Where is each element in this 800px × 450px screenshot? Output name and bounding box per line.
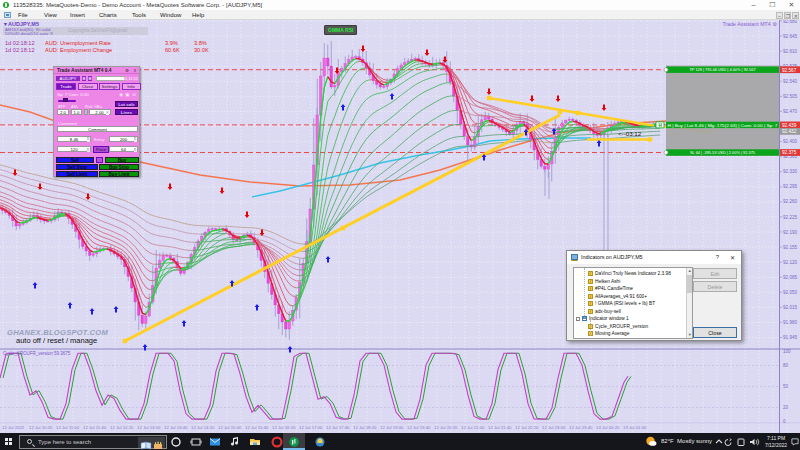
tree-guide-line [590, 320, 591, 336]
weather-icon[interactable] [645, 436, 657, 447]
weather-label[interactable]: 82°F Mostly sunny [661, 438, 712, 444]
taskbar-cortana-icon[interactable] [165, 433, 187, 450]
auto-toggle-label[interactable]: auto off / reset / manage [16, 336, 97, 345]
tray-shield-icon[interactable] [738, 439, 744, 446]
menu-item-insert[interactable]: Insert [70, 12, 85, 18]
atp-field[interactable]: 2.0 [57, 109, 69, 115]
trade-assistant-chart-label[interactable]: Trade Assistant MT4 ⚙ [722, 21, 777, 27]
taskbar-explorer-icon[interactable] [244, 433, 266, 450]
indicator-name: #P4L CandleTime [595, 286, 633, 291]
lock-icon[interactable]: ⊙ [132, 92, 136, 97]
lines-button[interactable]: Lines [115, 109, 138, 115]
gear-icon[interactable]: ⚙ [125, 68, 129, 73]
window-close-button[interactable]: ✕ [787, 1, 796, 9]
mini-button-1[interactable]: M [82, 76, 87, 82]
tab-settings[interactable]: Settings [99, 83, 120, 90]
taskbar-metatrader-icon[interactable] [283, 433, 305, 450]
indicator-list-item[interactable]: f! GMMA (RSI levels + lb) BT [574, 300, 692, 308]
risk-dropdown-icon[interactable]: ▾ [106, 111, 109, 116]
window-minimize-button[interactable]: – [749, 1, 758, 9]
indicator-list-item[interactable]: fHeiken Ashi [574, 278, 692, 286]
windows-logo-icon [5, 442, 8, 445]
indicators-dialog-icon [571, 255, 578, 261]
symbol-selector[interactable]: AUDJPY [56, 76, 80, 82]
speaker-icon[interactable] [750, 439, 759, 445]
close-icon[interactable]: x [134, 68, 136, 73]
indicator-list-item[interactable]: fMoving Average [574, 330, 692, 338]
tab-trade[interactable]: Trade [56, 83, 76, 90]
risk-lock-toggle[interactable] [84, 109, 88, 115]
indicator-list-item[interactable]: fCycle_KROUFR_version [574, 323, 692, 331]
metaquotes-logo-icon [3, 2, 9, 8]
tab-info[interactable]: Info [122, 83, 141, 90]
menu-item-view[interactable]: View [44, 12, 57, 18]
news-label: AUD: Unemployment Rate [45, 40, 111, 46]
taskbar-mail-icon[interactable] [204, 433, 226, 450]
sl-spinner[interactable]: ▴▾ [87, 148, 90, 153]
delete-button[interactable]: Delete [693, 281, 737, 292]
window-maximize-button[interactable]: ☐ [768, 1, 777, 9]
close-button[interactable]: Close [693, 327, 737, 338]
risk-slider-knob[interactable] [63, 98, 68, 102]
mdi-close-button[interactable]: ✕ [792, 12, 799, 19]
mdi-minimize-button[interactable]: – [776, 12, 783, 19]
taskbar-clock[interactable]: 7:11 PM7/12/2022 [763, 435, 789, 448]
taskbar-bell-icon[interactable] [309, 433, 331, 450]
buy-limit-button[interactable]: Buy Limit [99, 171, 139, 178]
trade-assistant-titlebar[interactable]: Trade Assistant MT4 9.4 ⚙ x [54, 67, 139, 74]
search-highlights-icon[interactable] [138, 437, 165, 448]
indicators-list[interactable]: ▲ ▼ fDaVinci Truly News Indicator 2.3.98… [573, 267, 693, 339]
lot-calc-button[interactable]: Lot calc [115, 101, 138, 107]
indicators-dialog: Indicators on AUDJPY,M5 ? ✕ ▲ ▼ fDaVinci… [566, 250, 742, 341]
sell-button[interactable]: Sell [56, 157, 94, 164]
menu-item-file[interactable]: File [18, 12, 28, 18]
sell-stop-button[interactable]: Sell Stop [56, 164, 98, 171]
indicator-list-item[interactable]: fadx-buy-sell [574, 308, 692, 316]
sl-points-field[interactable]: 120▴▾ [57, 146, 91, 152]
tree-collapse-icon[interactable]: - [576, 317, 580, 321]
lot-spinner[interactable]: ▴▾ [87, 137, 90, 142]
menu-item-window[interactable]: Window [160, 12, 181, 18]
order-mode-box[interactable] [96, 157, 103, 164]
taskbar-music-icon[interactable] [224, 433, 246, 450]
eye-icon[interactable]: ◉ [119, 92, 123, 97]
mini-button-2[interactable]: M [88, 76, 93, 82]
indicator-fx-icon: f [588, 301, 593, 306]
entry-spinner[interactable]: ▴▾ [134, 137, 137, 142]
spread-display [96, 76, 125, 82]
start-button[interactable] [0, 433, 19, 450]
indicator-name: adx-buy-sell [595, 309, 621, 314]
indicator-list-item[interactable]: f#P4L CandleTime [574, 285, 692, 293]
help-icon[interactable]: ? [716, 254, 719, 260]
notifications-icon[interactable] [791, 437, 799, 446]
dialog-close-icon[interactable]: ✕ [730, 254, 735, 261]
copy-icon[interactable]: ▣ [125, 92, 129, 97]
news-forecast: 30.0K [194, 47, 209, 53]
indicator-list-item[interactable]: fAllAverages_v4.91 600+ [574, 293, 692, 301]
price-button[interactable]: Price [93, 146, 109, 153]
menu-item-tools[interactable]: Tools [132, 12, 146, 18]
entry-field[interactable]: 200▴▾ [109, 136, 138, 142]
tray-chevron-icon[interactable] [716, 440, 722, 443]
sell-limit-button[interactable]: Sell Limit [56, 171, 98, 178]
lot-field[interactable]: 8.46▴▾ [57, 136, 91, 142]
buy-stop-button[interactable]: Buy Stop [99, 164, 139, 171]
risk-field[interactable]: 2.00▾ [89, 109, 111, 115]
tray-sync-icon[interactable] [725, 439, 731, 446]
mdi-restore-button[interactable]: ❐ [784, 12, 791, 19]
edit-button[interactable]: Edit [693, 268, 737, 279]
indicator-list-item[interactable]: -Indicator window 1 [574, 315, 692, 323]
asl-field[interactable]: 1.0 [71, 109, 82, 115]
tp-points-field[interactable]: 64▴▾ [109, 146, 138, 152]
indicator-list-item[interactable]: fDaVinci Truly News Indicator 2.3.98 [574, 270, 692, 278]
menu-item-charts[interactable]: Charts [99, 12, 117, 18]
tree-guide-line [584, 268, 585, 318]
dialog-titlebar[interactable]: Indicators on AUDJPY,M5 ? ✕ [567, 251, 741, 264]
menu-bar [0, 10, 800, 20]
tab-close[interactable]: Close [78, 83, 98, 90]
comment-input[interactable]: Comment [57, 126, 138, 132]
search-input[interactable]: Type here to search [19, 435, 167, 449]
tp-spinner[interactable]: ▴▾ [134, 148, 137, 153]
menu-item-help[interactable]: Help [192, 12, 204, 18]
buy-button[interactable]: Buy [105, 157, 139, 164]
